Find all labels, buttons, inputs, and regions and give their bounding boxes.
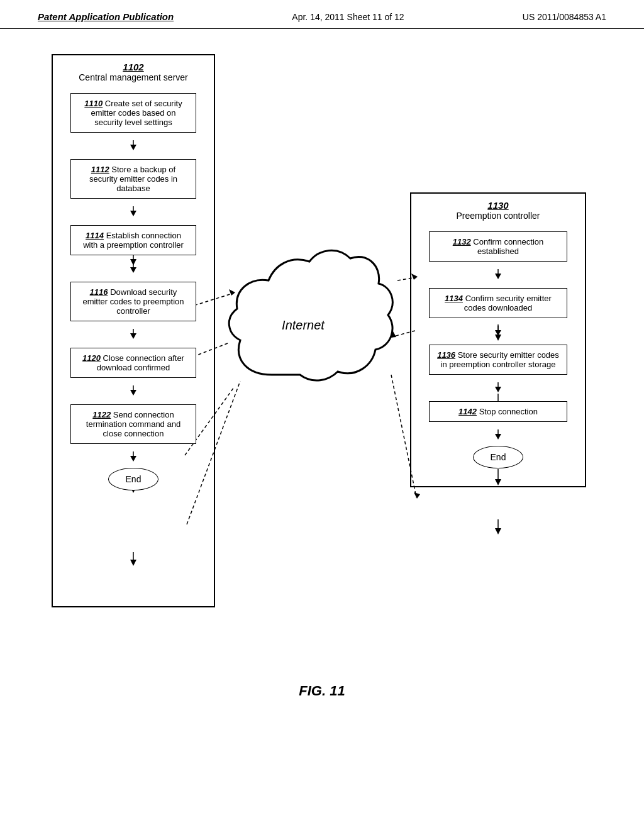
arrow-1114-1116 xyxy=(53,263,214,274)
box-1136-number: 1136 xyxy=(437,350,455,360)
box-1132-text: Confirm connection established xyxy=(473,237,543,256)
preemption-number: 1130 xyxy=(414,200,582,211)
arrow-1122-end-left xyxy=(53,451,214,463)
svg-marker-44 xyxy=(495,274,501,279)
server-title: Central management server xyxy=(56,72,211,82)
box-1112-number: 1112 xyxy=(91,165,109,174)
box-1120-text: Close connection after download confirme… xyxy=(97,353,184,372)
date-sheet-label: Apr. 14, 2011 Sheet 11 of 12 xyxy=(292,12,404,22)
server-number: 1102 xyxy=(56,62,211,72)
preemption-label: 1130 Preemption controller xyxy=(411,194,585,224)
box-1120-number: 1120 xyxy=(82,353,101,363)
box-1142-text: Stop connection xyxy=(479,407,538,416)
svg-text:Internet: Internet xyxy=(282,318,325,332)
box-1110-number: 1110 xyxy=(84,99,103,108)
arrow-1120-1122 xyxy=(53,385,214,397)
svg-marker-28 xyxy=(414,492,420,499)
box-1142: 1142 Stop connection xyxy=(429,401,567,422)
box-1136-text: Store security emitter codes in preempti… xyxy=(441,350,559,369)
box-1116: 1116 Download security emitter codes to … xyxy=(70,282,196,321)
svg-marker-46 xyxy=(495,330,501,336)
svg-marker-31 xyxy=(130,145,136,150)
svg-marker-33 xyxy=(130,211,136,216)
internet-cloud: Internet xyxy=(221,236,404,412)
box-1112: 1112 Store a backup of security emitter … xyxy=(70,159,196,199)
arrow-1132-1134 xyxy=(411,269,585,280)
diagram-container: 1102 Central management server 1110 Crea… xyxy=(39,54,605,651)
arrow-1116-1120 xyxy=(53,329,214,340)
arrow-1134-1136 xyxy=(411,326,585,337)
box-1142-number: 1142 xyxy=(458,407,477,416)
figure-caption: FIG. 11 xyxy=(0,677,644,699)
end-oval-left: End xyxy=(108,468,158,490)
svg-marker-48 xyxy=(495,387,501,392)
box-1132-number: 1132 xyxy=(453,237,471,246)
arrow-1112-1114 xyxy=(53,206,214,218)
box-1132: 1132 Confirm connection established xyxy=(429,231,567,262)
svg-marker-35 xyxy=(130,267,136,273)
box-1114-number: 1114 xyxy=(86,231,104,240)
left-column: 1102 Central management server 1110 Crea… xyxy=(52,54,215,607)
end-oval-right: End xyxy=(473,446,523,468)
box-1136: 1136 Store security emitter codes in pre… xyxy=(429,345,567,375)
svg-marker-37 xyxy=(130,333,136,339)
svg-marker-50 xyxy=(495,434,501,440)
box-1134: 1134 Confirm security emitter codes down… xyxy=(429,288,567,318)
svg-marker-39 xyxy=(130,390,136,396)
box-1122-number: 1122 xyxy=(92,410,111,419)
box-1120: 1120 Close connection after download con… xyxy=(70,348,196,378)
arrow-1142-end-right xyxy=(411,429,585,441)
preemption-title: Preemption controller xyxy=(414,211,582,221)
arrow-1110-1112 xyxy=(53,140,214,152)
box-1116-number: 1116 xyxy=(90,287,108,297)
box-1110: 1110 Create set of security emitter code… xyxy=(70,93,196,133)
patent-number-label: US 2011/0084853 A1 xyxy=(523,12,606,22)
box-1114: 1114 Establish connection with a preempt… xyxy=(70,225,196,255)
box-1122: 1122 Send connection termination command… xyxy=(70,404,196,444)
box-1134-text: Confirm security emitter codes downloade… xyxy=(464,294,552,313)
svg-marker-25 xyxy=(495,528,501,534)
publication-label: Patent Application Publication xyxy=(38,11,174,22)
box-1134-number: 1134 xyxy=(445,294,463,303)
page-header: Patent Application Publication Apr. 14, … xyxy=(0,0,644,29)
svg-marker-41 xyxy=(130,456,136,462)
right-column: 1130 Preemption controller 1132 Confirm … xyxy=(410,192,586,487)
server-label: 1102 Central management server xyxy=(53,55,214,86)
arrow-1136-1142 xyxy=(411,382,585,394)
box-1110-text: Create set of security emitter codes bas… xyxy=(91,99,182,127)
